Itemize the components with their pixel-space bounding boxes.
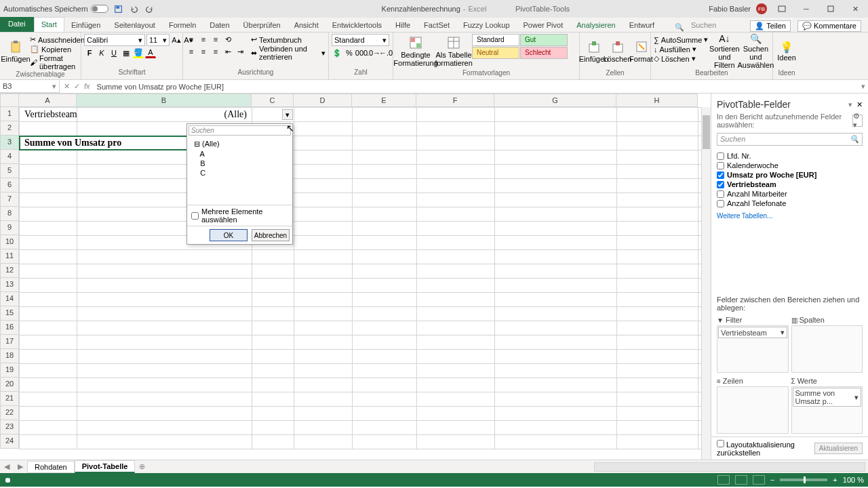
tab-entwickler[interactable]: Entwicklertools: [326, 18, 389, 32]
tab-factset[interactable]: FactSet: [417, 18, 456, 32]
col-header-f[interactable]: F: [416, 94, 494, 107]
row-header-19[interactable]: 19: [0, 363, 19, 378]
file-tab[interactable]: Datei: [0, 17, 34, 32]
border-button[interactable]: ▦: [121, 47, 132, 58]
bold-button[interactable]: F: [84, 47, 95, 58]
cut-button[interactable]: ✂ Ausschneiden: [30, 35, 85, 44]
ideas-button[interactable]: 💡Ideen: [776, 34, 797, 69]
filter-ok-button[interactable]: OK: [210, 229, 248, 241]
row-header-9[interactable]: 9: [0, 221, 19, 235]
format-cells-button[interactable]: Format: [630, 34, 652, 69]
style-standard[interactable]: Standard: [472, 34, 519, 46]
row-header-18[interactable]: 18: [0, 349, 19, 363]
tab-seitenlayout[interactable]: Seitenlayout: [107, 18, 162, 32]
autosave-toggle[interactable]: Automatisches Speichern: [3, 5, 108, 13]
align-middle-icon[interactable]: ≡: [198, 34, 209, 45]
paste-button[interactable]: Einfügen: [3, 34, 28, 69]
values-item-umsatz[interactable]: Summe von Umsatz p...▾: [793, 388, 862, 407]
page-break-view-icon[interactable]: [753, 475, 765, 485]
new-sheet-icon[interactable]: ⊕: [135, 462, 149, 471]
ribbon-display-icon[interactable]: [772, 2, 791, 16]
font-color-button[interactable]: A: [145, 47, 156, 58]
comments-button[interactable]: 💬 Kommentare: [797, 20, 861, 32]
col-header-g[interactable]: G: [494, 94, 616, 107]
sheet-nav-prev-icon[interactable]: ◀: [0, 462, 14, 471]
tab-hilfe[interactable]: Hilfe: [389, 18, 417, 32]
save-icon[interactable]: [114, 5, 123, 14]
row-header-3[interactable]: 3: [0, 136, 19, 150]
user-avatar[interactable]: FB: [756, 3, 767, 14]
conditional-format-button[interactable]: Bedingte Formatierung: [396, 34, 435, 69]
field-5[interactable]: Anzahl Telefonate: [717, 199, 863, 208]
formula-input[interactable]: Summe von Umsatz pro Woche [EUR]: [94, 81, 859, 92]
clear-button[interactable]: ◇ Löschen ▾: [654, 54, 708, 63]
filter-dropdown-button[interactable]: ▾: [282, 109, 293, 120]
field-4[interactable]: Anzahl Mitarbeiter: [717, 189, 863, 199]
style-gut[interactable]: Gut: [520, 34, 568, 46]
field-0[interactable]: Lfd. Nr.: [717, 151, 863, 161]
multi-select-checkbox[interactable]: [191, 212, 199, 220]
row-header-8[interactable]: 8: [0, 207, 19, 221]
row-header-5[interactable]: 5: [0, 164, 19, 178]
row-header-13[interactable]: 13: [0, 278, 19, 292]
minimize-icon[interactable]: ─: [797, 2, 816, 16]
sort-filter-button[interactable]: A↓Sortieren und Filtern: [709, 34, 739, 69]
underline-button[interactable]: U: [108, 47, 119, 58]
delete-cells-button[interactable]: Löschen: [606, 34, 629, 69]
tab-einfuegen[interactable]: Einfügen: [64, 18, 107, 32]
col-header-h[interactable]: H: [616, 94, 698, 107]
zoom-in-icon[interactable]: +: [833, 476, 837, 484]
page-layout-view-icon[interactable]: [735, 475, 747, 485]
tab-fuzzy[interactable]: Fuzzy Lookup: [456, 18, 516, 32]
filter-item-vertriebsteam[interactable]: Vertriebsteam▾: [718, 327, 787, 338]
col-header-c[interactable]: C: [252, 94, 294, 107]
wrap-text-button[interactable]: ↩ Textumbruch: [251, 35, 326, 44]
align-bottom-icon[interactable]: ≡: [210, 34, 221, 45]
align-center-icon[interactable]: ≡: [198, 46, 209, 57]
tab-ueberpruefen[interactable]: Überprüfen: [237, 18, 288, 32]
field-3[interactable]: Vertriebsteam: [717, 180, 863, 189]
filter-item-2[interactable]: B: [194, 159, 288, 168]
undo-icon[interactable]: [130, 5, 138, 14]
record-macro-icon[interactable]: ⏺: [4, 476, 12, 484]
pane-dropdown-icon[interactable]: ▾: [848, 100, 852, 109]
area-columns-drop[interactable]: [791, 325, 863, 373]
row-header-10[interactable]: 10: [0, 235, 19, 249]
format-painter-button[interactable]: 🖌 Format übertragen: [30, 54, 85, 70]
zoom-out-icon[interactable]: −: [770, 476, 774, 484]
sheet-tab-pivot[interactable]: Pivot-Tabelle: [75, 460, 136, 473]
select-all-corner[interactable]: [0, 94, 19, 107]
row-header-20[interactable]: 20: [0, 378, 19, 392]
row-header-21[interactable]: 21: [0, 392, 19, 406]
defer-layout-checkbox[interactable]: Layoutaktualisierung zurückstellen: [717, 440, 814, 457]
row-header-7[interactable]: 7: [0, 192, 19, 207]
filter-tree[interactable]: ⊟ (Alle) A B C: [187, 137, 292, 205]
expand-formula-icon[interactable]: ▾: [859, 82, 868, 91]
tab-daten[interactable]: Daten: [203, 18, 236, 32]
filter-item-3[interactable]: C: [194, 168, 288, 178]
increase-font-icon[interactable]: A▴: [171, 35, 182, 45]
format-table-button[interactable]: Als Tabelle formatieren: [437, 34, 471, 69]
tab-powerpivot[interactable]: Power Pivot: [517, 18, 570, 32]
row-header-22[interactable]: 22: [0, 406, 19, 420]
maximize-icon[interactable]: [821, 2, 840, 16]
thousand-sep-icon[interactable]: 000: [356, 47, 367, 58]
col-header-a[interactable]: A: [19, 94, 77, 107]
fill-button[interactable]: ↓ Ausfüllen ▾: [654, 45, 708, 54]
align-right-icon[interactable]: ≡: [210, 46, 221, 57]
indent-inc-icon[interactable]: ⇥: [235, 46, 245, 57]
zoom-level[interactable]: 100 %: [843, 476, 864, 484]
search-label[interactable]: Suchen: [684, 18, 723, 32]
pane-close-icon[interactable]: ✕: [856, 100, 863, 109]
redo-icon[interactable]: [145, 5, 154, 14]
percent-icon[interactable]: %: [344, 47, 355, 58]
name-box[interactable]: B3▾: [0, 81, 60, 93]
align-left-icon[interactable]: ≡: [186, 46, 197, 57]
orientation-icon[interactable]: ⟲: [222, 34, 233, 45]
accept-formula-icon[interactable]: ✓: [74, 82, 80, 91]
vertical-scrollbar[interactable]: [701, 107, 711, 460]
spreadsheet-grid[interactable]: A B C D E F G H 123456789101112131415161…: [0, 94, 711, 460]
row-header-17[interactable]: 17: [0, 335, 19, 349]
font-size-select[interactable]: 11▾: [146, 34, 170, 46]
fx-icon[interactable]: fx: [84, 82, 90, 91]
